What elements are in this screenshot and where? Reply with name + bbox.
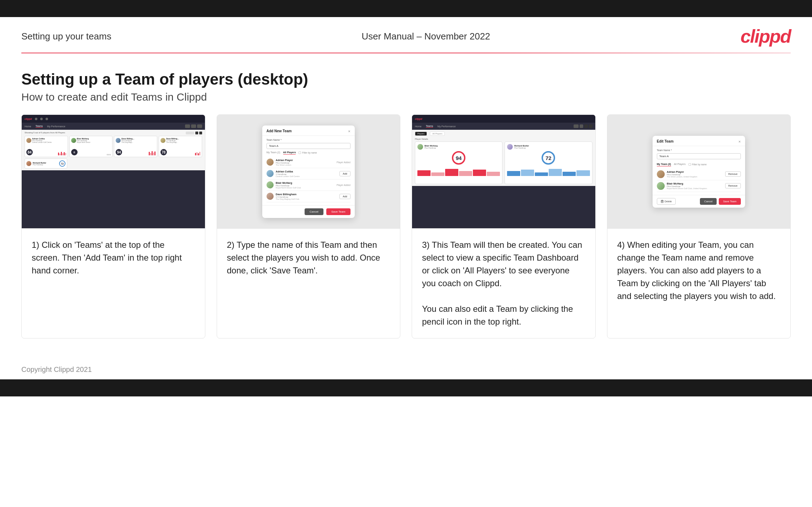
edit-remove-btn-2[interactable]: Remove xyxy=(725,183,741,188)
edit-delete-label: Delete xyxy=(665,200,672,203)
svg-rect-2 xyxy=(662,201,663,202)
modal-filter-check[interactable] xyxy=(299,151,301,154)
ss3-topbar: clippd xyxy=(412,115,595,123)
ss1-player-card-4: Dave Billing... 1.5 Handicap The Ding Ma… xyxy=(159,136,202,157)
modal-player-item-3: Blair McHarg Plus Handicap Royal North D… xyxy=(267,180,350,191)
ss3-cards-row: Blair McHarg Plus Handicap 94 xyxy=(415,142,592,184)
modal-filter-label: Filter by name xyxy=(302,151,317,154)
modal-player-name-3: Blair McHarg xyxy=(276,181,334,185)
modal-save-team-button[interactable]: Save Team xyxy=(326,208,350,215)
page-footer: Copyright Clippd 2021 xyxy=(0,360,812,379)
modal-tab-allplayers[interactable]: All Players xyxy=(283,151,296,155)
modal-player-avatar-2 xyxy=(267,170,274,177)
edit-modal-header: Edit Team × xyxy=(653,136,745,146)
modal-player-item-2: Adrian Coliba 1 Handicap Central London … xyxy=(267,168,350,180)
card-2: Add New Team × Team Name * My Team (2) A… xyxy=(217,114,401,338)
ss3-sub-blair: Plus Handicap xyxy=(425,147,438,149)
modal-cancel-button[interactable]: Cancel xyxy=(305,208,323,215)
modal-player-avatar-3 xyxy=(267,181,274,188)
ss3-score-richard: 72 xyxy=(542,151,555,165)
edit-modal-team-name-label: Team Name * xyxy=(657,149,741,151)
ss3-content: Players All Players Player Details Blai xyxy=(412,130,595,186)
ss1-nav: Home Teams My Performance xyxy=(22,123,205,130)
edit-player-avatar-1 xyxy=(657,170,665,178)
card-3-text: 3) This Team will then be created. You c… xyxy=(412,229,595,338)
modal-add-btn-2[interactable]: Add xyxy=(339,171,350,176)
edit-player-avatar-2 xyxy=(657,182,665,190)
edit-player-loc-1: The Shire London, United Kingdom xyxy=(667,176,723,178)
ss3-nav-teams: Teams xyxy=(426,125,433,128)
modal-team-name-input[interactable] xyxy=(267,143,350,149)
ss1-player-card-3: Dave Billing... Plus Handicap The Ding M… xyxy=(114,136,157,157)
ss1-nav-home: Home xyxy=(25,125,31,128)
ss3-tab-myteam: Players xyxy=(415,132,427,136)
modal-title: Add New Team xyxy=(267,129,292,133)
card-2-screenshot: Add New Team × Team Name * My Team (2) A… xyxy=(217,115,400,229)
svg-rect-1 xyxy=(661,201,662,202)
edit-cancel-button[interactable]: Cancel xyxy=(700,198,717,205)
modal-player-loc-2: Central London Golf Centre xyxy=(276,175,338,177)
ss1-dot1 xyxy=(35,118,37,120)
edit-remove-btn-1[interactable]: Remove xyxy=(725,171,741,177)
edit-modal-team-name-input[interactable] xyxy=(657,153,741,159)
edit-modal-filter: Filter by name xyxy=(689,163,707,166)
modal-team-name-label: Team Name * xyxy=(267,139,350,141)
edit-save-team-button[interactable]: Save Team xyxy=(719,198,740,205)
modal-player-item-1: Adrian Player Plus Handicap The Shire Lo… xyxy=(267,157,350,168)
edit-player-name-1: Adrian Player xyxy=(667,170,723,174)
edit-modal-footer: Delete Cancel Save Team xyxy=(653,195,745,208)
edit-modal-title: Edit Team xyxy=(657,139,674,143)
modal-player-item-4: Dave Billingham 1.5 Handicap The Ding Ma… xyxy=(267,191,350,202)
ss4-modal-bg: Edit Team × Team Name * My Team (2) All … xyxy=(607,115,791,228)
modal-filter: Filter by name xyxy=(299,151,317,154)
header-doc-title: User Manual – November 2022 xyxy=(362,31,490,42)
edit-modal-filter-check[interactable] xyxy=(689,163,691,166)
modal-tabs: My Team (2) All Players Filter by name xyxy=(267,151,350,155)
card-1-text: 1) Click on 'Teams' at the top of the sc… xyxy=(22,229,205,338)
modal-header: Add New Team × xyxy=(262,126,355,136)
modal-tab-myteam[interactable]: My Team (2) xyxy=(267,151,280,154)
page-title-sub: How to create and edit Teams in Clippd xyxy=(21,91,791,103)
card-4: Edit Team × Team Name * My Team (2) All … xyxy=(607,114,791,338)
ss3-nav-home: Home xyxy=(415,125,422,128)
modal-player-loc-3: Royal North Devon Golf Club xyxy=(276,187,334,189)
ss3-avatar-richard xyxy=(507,144,513,150)
edit-player-info-2: Blair McHarg Plus Handicap Royal North D… xyxy=(667,182,723,190)
header-section-title: Setting up your teams xyxy=(21,31,111,42)
ss1-players-grid: Adrian Coliba Plus Handicap Central Lond… xyxy=(25,136,202,157)
page-title-main: Setting up a Team of players (desktop) xyxy=(21,70,791,88)
ss1-dot3 xyxy=(46,118,48,120)
edit-player-info-1: Adrian Player Plus Handicap The Shire Lo… xyxy=(667,170,723,178)
modal-player-name-4: Dave Billingham xyxy=(276,193,338,196)
card-1-screenshot: clippd Home Teams My Performance xyxy=(22,115,205,229)
edit-modal-close-icon[interactable]: × xyxy=(738,139,740,144)
modal-close-icon[interactable]: × xyxy=(348,129,350,133)
ss3-score-blair: 94 xyxy=(452,151,465,165)
ss3-sub-richard: Plus Handicap xyxy=(514,147,529,149)
ss3-dashboard: clippd Home Teams My Performance xyxy=(412,115,595,228)
ss1-nav-teams: Teams xyxy=(36,125,43,128)
edit-player-item-1: Adrian Player Plus Handicap The Shire Lo… xyxy=(657,169,741,180)
ss3-card-richard: Richard Butler Plus Handicap 72 xyxy=(505,142,592,184)
modal-footer: Cancel Save Team xyxy=(262,205,355,218)
modal-player-status-1: Player Added xyxy=(337,161,350,164)
edit-modal-tabs: My Team (2) All Players Filter by name xyxy=(657,163,741,166)
edit-modal-tab-myteam[interactable]: My Team (2) xyxy=(657,163,671,166)
ss3-card-blair: Blair McHarg Plus Handicap 94 xyxy=(415,142,502,184)
modal-add-btn-4[interactable]: Add xyxy=(339,194,350,199)
add-new-team-modal: Add New Team × Team Name * My Team (2) A… xyxy=(262,126,355,218)
ss3-nav: Home Teams My Performance xyxy=(412,123,595,130)
modal-player-loc-1: The Shire London xyxy=(276,164,334,166)
edit-modal-tab-allplayers[interactable]: All Players xyxy=(674,163,686,166)
page-title-section: Setting up a Team of players (desktop) H… xyxy=(0,53,812,114)
card-3-desc2: You can also edit a Team by clicking the… xyxy=(422,304,573,326)
card-3: clippd Home Teams My Performance xyxy=(412,114,596,338)
ss1-dashboard: clippd Home Teams My Performance xyxy=(22,115,205,228)
ss3-filter-bar: Player Details xyxy=(415,138,592,140)
modal-player-avatar-1 xyxy=(267,159,274,166)
ss3-tabs: Players All Players xyxy=(415,132,592,136)
edit-delete-button[interactable]: Delete xyxy=(657,198,676,205)
modal-player-info-4: Dave Billingham 1.5 Handicap The Ding Ma… xyxy=(276,193,338,200)
edit-player-name-2: Blair McHarg xyxy=(667,182,723,185)
clippd-logo: clippd xyxy=(740,26,791,47)
